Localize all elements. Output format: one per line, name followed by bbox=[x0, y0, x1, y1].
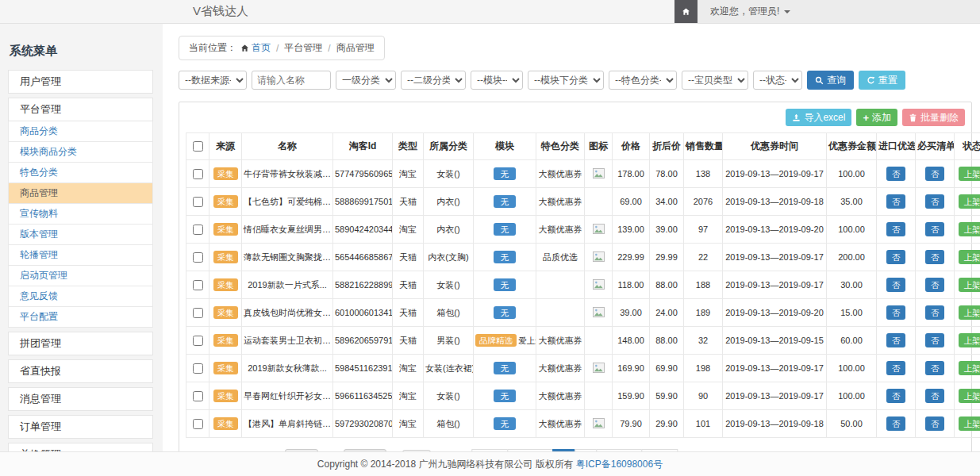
must-buy-toggle[interactable]: 否 bbox=[925, 361, 945, 376]
on-shelf-button[interactable]: 上架 bbox=[959, 278, 980, 293]
sidebar-group-item[interactable]: 平台管理 bbox=[8, 98, 153, 121]
sidebar-group-item[interactable]: 订单管理 bbox=[8, 415, 153, 439]
filter-select-status[interactable]: --状态-- bbox=[753, 71, 802, 90]
sidebar-subitem[interactable]: 特色分类 bbox=[8, 163, 153, 183]
column-header: 销售数量 bbox=[684, 133, 723, 160]
import-select-toggle[interactable]: 否 bbox=[886, 194, 906, 209]
must-buy-toggle[interactable]: 否 bbox=[925, 194, 945, 209]
filter-select-feature-category[interactable]: --特色分类-- bbox=[609, 71, 677, 90]
sidebar-group-item[interactable]: 消息管理 bbox=[8, 387, 153, 411]
price: 139.00 bbox=[613, 216, 650, 244]
icp-link[interactable]: 粤ICP备16098006号 bbox=[576, 458, 663, 471]
on-shelf-button[interactable]: 上架 bbox=[959, 250, 980, 265]
column-header: 类型 bbox=[393, 133, 424, 160]
select-all-checkbox[interactable] bbox=[193, 141, 203, 152]
on-shelf-button[interactable]: 上架 bbox=[959, 416, 980, 432]
must-buy-toggle[interactable]: 否 bbox=[925, 333, 945, 348]
sidebar-subitem[interactable]: 版本管理 bbox=[8, 225, 153, 245]
row-checkbox[interactable] bbox=[193, 363, 203, 374]
filter-select-item-type[interactable]: --宝贝类型-- bbox=[682, 71, 748, 90]
sidebar-group-item[interactable]: 省直快报 bbox=[8, 359, 153, 383]
must-buy-toggle[interactable]: 否 bbox=[925, 416, 945, 432]
sidebar-group-item[interactable]: 拼团管理 bbox=[8, 332, 153, 355]
product-image-icon bbox=[593, 279, 605, 290]
add-button[interactable]: + 添加 bbox=[856, 109, 897, 126]
row-checkbox[interactable] bbox=[193, 308, 203, 318]
row-checkbox[interactable] bbox=[193, 252, 203, 263]
product-image-icon bbox=[593, 168, 605, 178]
column-header: 必买清单 bbox=[916, 133, 955, 160]
home-button[interactable] bbox=[674, 0, 698, 23]
import-select-toggle[interactable]: 否 bbox=[886, 250, 906, 265]
sidebar-subitem[interactable]: 商品管理 bbox=[8, 183, 153, 204]
coupon-amount: 100.00 bbox=[827, 216, 877, 244]
search-button[interactable]: 查询 bbox=[807, 71, 854, 90]
row-checkbox[interactable] bbox=[193, 419, 203, 429]
product-type: 天猫 bbox=[393, 271, 424, 299]
import-select-toggle[interactable]: 否 bbox=[886, 416, 906, 432]
trash-icon bbox=[909, 113, 917, 122]
sidebar-subitem[interactable]: 轮播管理 bbox=[8, 245, 153, 266]
on-shelf-button[interactable]: 上架 bbox=[959, 222, 980, 237]
row-checkbox[interactable] bbox=[193, 169, 203, 179]
import-select-toggle[interactable]: 否 bbox=[886, 389, 906, 404]
sidebar-subitem[interactable]: 模块商品分类 bbox=[8, 142, 153, 163]
reset-button[interactable]: 重置 bbox=[859, 71, 905, 90]
must-buy-toggle[interactable]: 否 bbox=[925, 222, 945, 237]
user-menu[interactable]: 欢迎您，管理员! bbox=[698, 0, 980, 23]
must-buy-toggle[interactable]: 否 bbox=[925, 278, 945, 293]
import-select-toggle[interactable]: 否 bbox=[886, 278, 906, 293]
product-category: 内衣() bbox=[424, 188, 474, 216]
import-select-toggle[interactable]: 否 bbox=[886, 333, 906, 348]
coupon-time: 2019-09-13—2019-09-17 bbox=[723, 244, 827, 271]
must-buy-toggle[interactable]: 否 bbox=[925, 250, 945, 265]
filter-name-input[interactable] bbox=[252, 71, 331, 90]
product-image-icon bbox=[593, 363, 605, 373]
row-checkbox[interactable] bbox=[193, 225, 203, 235]
home-icon bbox=[682, 7, 690, 16]
row-checkbox[interactable] bbox=[193, 336, 203, 346]
on-shelf-button[interactable]: 上架 bbox=[959, 333, 980, 348]
product-image-icon bbox=[593, 418, 605, 428]
status-cell: 上架 bbox=[955, 410, 980, 438]
sidebar-subitem[interactable]: 宣传物料 bbox=[8, 204, 153, 225]
import-select-toggle[interactable]: 否 bbox=[886, 167, 906, 182]
import-excel-button[interactable]: 导入excel bbox=[786, 109, 851, 126]
must-buy-toggle[interactable]: 否 bbox=[925, 305, 945, 321]
filter-select-module[interactable]: --模块-- bbox=[471, 71, 523, 90]
must-buy-cell: 否 bbox=[916, 244, 955, 271]
on-shelf-button[interactable]: 上架 bbox=[959, 389, 980, 404]
import-select-toggle[interactable]: 否 bbox=[886, 222, 906, 237]
on-shelf-button[interactable]: 上架 bbox=[959, 305, 980, 321]
sidebar-subitem[interactable]: 商品分类 bbox=[8, 121, 153, 142]
price: 69.00 bbox=[613, 188, 650, 216]
icon-cell bbox=[585, 410, 613, 438]
coupon-time: 2019-09-13—2019-09-17 bbox=[723, 271, 827, 299]
sidebar-subitem[interactable]: 启动页管理 bbox=[8, 266, 153, 286]
breadcrumb-separator: / bbox=[276, 43, 279, 54]
column-header: 所属分类 bbox=[424, 133, 474, 160]
row-checkbox[interactable] bbox=[193, 197, 203, 207]
on-shelf-button[interactable]: 上架 bbox=[959, 194, 980, 209]
sidebar-group-item[interactable]: 用户管理 bbox=[8, 70, 153, 94]
breadcrumb-home-link[interactable]: 首页 bbox=[240, 41, 271, 55]
breadcrumb-item-platform[interactable]: 平台管理 bbox=[284, 41, 322, 55]
sidebar-subitem[interactable]: 意见反馈 bbox=[8, 286, 153, 307]
coupon-time: 2019-09-13—2019-09-15 bbox=[723, 327, 827, 355]
row-checkbox[interactable] bbox=[193, 280, 203, 290]
filter-select-level2-category[interactable]: --二级分类-- bbox=[401, 71, 466, 90]
import-select-toggle[interactable]: 否 bbox=[886, 305, 906, 321]
filter-select-data-source[interactable]: --数据来源-- bbox=[179, 71, 247, 90]
coupon-time: 2019-09-13—2019-09-18 bbox=[723, 188, 827, 216]
batch-delete-button[interactable]: 批量删除 bbox=[902, 109, 965, 126]
on-shelf-button[interactable]: 上架 bbox=[959, 167, 980, 182]
filter-select-level1-category[interactable]: 一级分类 bbox=[336, 71, 396, 90]
row-checkbox[interactable] bbox=[193, 391, 203, 401]
sidebar-subitem[interactable]: 平台配置 bbox=[8, 307, 153, 328]
import-icon bbox=[792, 113, 801, 122]
on-shelf-button[interactable]: 上架 bbox=[959, 361, 980, 376]
must-buy-toggle[interactable]: 否 bbox=[925, 389, 945, 404]
must-buy-toggle[interactable]: 否 bbox=[925, 167, 945, 182]
filter-select-module-sub-category[interactable]: --模块下分类-- bbox=[528, 71, 604, 90]
import-select-toggle[interactable]: 否 bbox=[886, 361, 906, 376]
